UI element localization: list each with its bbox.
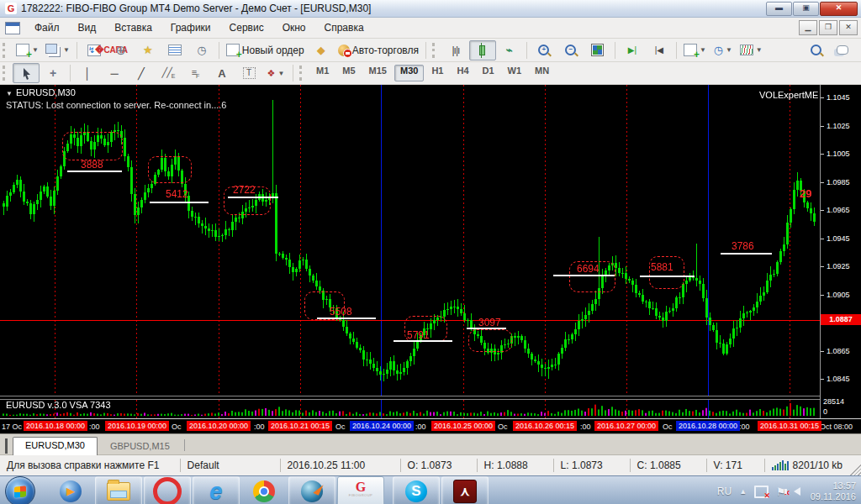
taskbar-internet-explorer[interactable]: e — [193, 476, 240, 504]
taskbar-fibo-mt4[interactable]: GFIBOGROUP — [337, 476, 384, 504]
network-error-icon[interactable] — [754, 486, 769, 498]
volume-scale-min: 0 — [823, 407, 827, 416]
equidistant-channel-button[interactable]: ╱╱E — [155, 63, 182, 83]
menu-3[interactable]: Вставка — [105, 19, 161, 36]
menu-4[interactable]: Графики — [161, 19, 220, 36]
toolbar-grip[interactable] — [432, 43, 439, 58]
toolbar-grip[interactable] — [3, 43, 9, 58]
timeframe-d1[interactable]: D1 — [477, 65, 500, 81]
start-button[interactable] — [5, 476, 35, 504]
zoom-out-button[interactable]: − — [557, 40, 584, 60]
chart-candles-button[interactable] — [469, 40, 496, 60]
status-volume: V: 171 — [707, 459, 764, 471]
chart-area[interactable]: ▼EURUSD,M30 STATUS: Lost connection to s… — [0, 85, 861, 434]
resize-grip[interactable] — [849, 460, 861, 475]
menu-1[interactable]: Файл — [25, 19, 69, 36]
timeframe-m1[interactable]: M1 — [310, 65, 335, 81]
chart-shift-button[interactable]: |◀ — [646, 40, 673, 60]
indicators-button[interactable]: +▼ — [680, 40, 710, 60]
chart-line-button[interactable]: ⌁ — [496, 40, 523, 60]
toolbar-grip[interactable] — [299, 66, 306, 81]
tabs-scroll-handle[interactable] — [5, 438, 8, 454]
taskbar-media-player[interactable] — [48, 477, 93, 504]
standard-toolbar: +▼ ▼ ↯�САПА ⊕ ★ ◷ +Новый ордер ◆ Авто-то… — [0, 39, 861, 62]
timeframe-m5[interactable]: M5 — [336, 65, 361, 81]
fibonacci-button[interactable]: ≡F — [182, 63, 209, 83]
tab-gbpusd-m15[interactable]: GBPUSD,M15 — [98, 438, 182, 454]
tile-windows-button[interactable] — [584, 40, 611, 60]
cursor-button[interactable] — [13, 63, 40, 83]
menu-6[interactable]: Окно — [273, 19, 315, 36]
timeframe-w1[interactable]: W1 — [502, 65, 528, 81]
close-button[interactable]: ✕ — [820, 2, 858, 16]
child-close-button[interactable]: ✕ — [839, 20, 858, 35]
text-label-button[interactable]: T — [235, 63, 262, 83]
tab-eurusd-m30[interactable]: EURUSD,M30 — [13, 437, 98, 455]
volume-icon[interactable] — [794, 487, 800, 496]
menu-5[interactable]: Сервис — [220, 19, 273, 36]
trendline-button[interactable]: ╱ — [128, 63, 155, 83]
menu-7[interactable]: Справка — [315, 19, 373, 36]
timeframe-m30[interactable]: M30 — [394, 65, 424, 81]
taskbar-acrobat[interactable]: ⋏ — [441, 476, 489, 504]
windows-taskbar: e GFIBOGROUP S ⋏ RU ▲ ⚑ 13:57 09.11.2016 — [0, 475, 861, 504]
taskbar-globe-app[interactable] — [288, 476, 335, 504]
navigator-button[interactable]: ★ — [135, 40, 161, 60]
market-watch-button[interactable]: ↯�САПА — [81, 40, 108, 60]
system-tray: RU ▲ ⚑ 13:57 09.11.2016 — [717, 480, 856, 502]
horizontal-line-button[interactable]: ─ — [101, 63, 128, 83]
text-button[interactable]: A — [209, 63, 235, 83]
new-chart-button[interactable]: +▼ — [13, 40, 42, 60]
chat-button[interactable] — [829, 40, 856, 60]
data-window-button[interactable]: ⊕ — [108, 40, 135, 60]
price-tick-mark — [821, 182, 824, 183]
maximize-button[interactable]: ▣ — [793, 2, 819, 16]
profiles-button[interactable]: ▼ — [42, 40, 73, 60]
minimize-button[interactable]: ▬ — [766, 2, 792, 16]
language-indicator[interactable]: RU — [717, 486, 732, 497]
timeframe-h1[interactable]: H1 — [425, 65, 449, 81]
autotrade-button[interactable]: Авто-торговля — [335, 40, 422, 60]
taskbar-skype[interactable]: S — [393, 476, 440, 504]
price-tick-label: 1.0845 — [827, 375, 850, 383]
strategy-tester-button[interactable]: ◷ — [188, 40, 215, 60]
periods-button[interactable]: ◷▼ — [710, 40, 737, 60]
timeframe-h4[interactable]: H4 — [451, 65, 474, 81]
new-order-button[interactable]: +Новый ордер — [223, 40, 308, 60]
pane-splitter[interactable] — [0, 396, 861, 400]
child-restore-button[interactable]: ❐ — [819, 20, 837, 35]
candlestick-canvas[interactable] — [0, 85, 820, 418]
arrows-button[interactable]: ❖▼ — [262, 63, 289, 83]
annotation-line — [228, 197, 278, 198]
chart-bars-button[interactable]: |ı|ı — [442, 40, 469, 60]
zoom-in-button[interactable]: + — [531, 40, 557, 60]
time-label: Oct 08:00 — [820, 423, 853, 431]
tray-expand-icon[interactable]: ▲ — [739, 487, 747, 496]
taskbar-opera[interactable] — [144, 476, 191, 504]
status-high: H: 1.0888 — [478, 459, 553, 471]
time-axis[interactable]: 17 Oc:00Oc:00Oc:00Oc:00Oc:00Oct 08:00201… — [0, 418, 861, 434]
taskbar-chrome[interactable] — [241, 477, 287, 504]
time-label-highlighted: 2016.10.28 00:00 — [676, 421, 740, 431]
search-button[interactable] — [802, 40, 829, 60]
auto-scroll-button[interactable]: ▶| — [619, 40, 646, 60]
price-scale[interactable]: 1.10451.10251.10051.09851.09651.09451.09… — [820, 85, 861, 418]
child-minimize-button[interactable]: ▁ — [799, 20, 817, 35]
status-profile[interactable]: Default — [181, 459, 280, 471]
timeframe-m15[interactable]: M15 — [363, 65, 393, 81]
terminal-button[interactable] — [161, 40, 188, 60]
crosshair-button[interactable]: + — [40, 63, 66, 83]
templates-button[interactable]: ▼ — [737, 40, 766, 60]
vertical-line-button[interactable]: │ — [74, 63, 101, 83]
taskbar-explorer[interactable] — [95, 476, 142, 504]
timeframe-mn[interactable]: MN — [529, 65, 555, 81]
metaeditor-button[interactable]: ◆ — [308, 40, 335, 60]
chart-tabs-bar: EURUSD,M30 GBPUSD,M15 — [0, 434, 861, 455]
title-bar[interactable]: G 1782222: FIBO-FIBO Group MT4 Demo Serv… — [0, 0, 861, 18]
chart-symbol-label[interactable]: ▼EURUSD,M30 — [6, 87, 76, 97]
annotation-label: 3888 — [81, 159, 103, 171]
menu-2[interactable]: Вид — [69, 19, 106, 36]
toolbar-grip[interactable] — [3, 66, 9, 81]
tray-clock[interactable]: 13:57 09.11.2016 — [811, 480, 856, 502]
annotation-box — [148, 156, 192, 183]
